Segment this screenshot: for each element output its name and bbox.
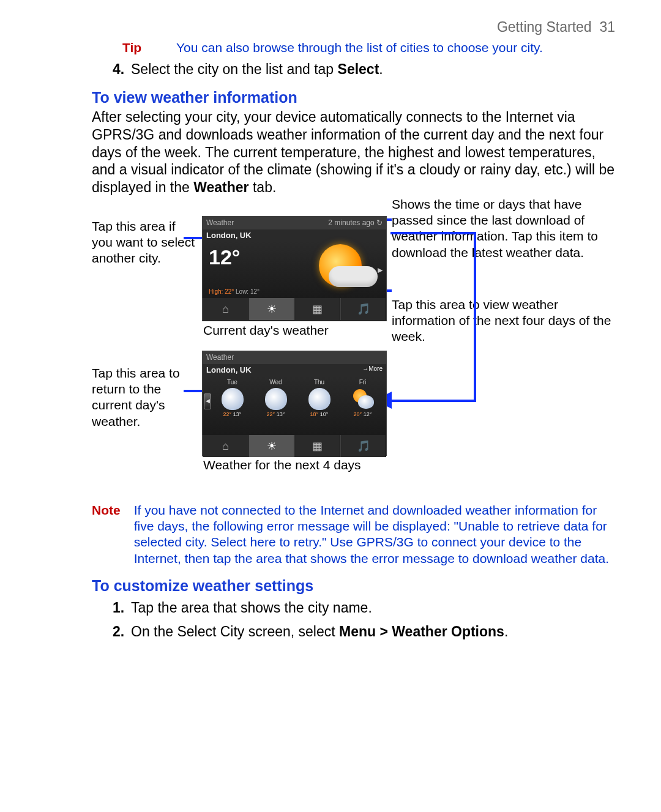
last-updated[interactable]: 2 minutes ago ↻ [328, 218, 383, 228]
heading-view-weather: To view weather information [92, 88, 615, 107]
section-name: Getting Started [497, 19, 592, 35]
day-name: Wed [255, 378, 297, 387]
step-text-post: . [504, 624, 508, 639]
forecast-day: Fri 20° 12° [342, 378, 384, 434]
tab-music[interactable]: 🎵 [340, 298, 386, 320]
forecast-row[interactable]: ◀ Tue 22° 13° Wed 22° 13° Thu 18° 10° [203, 376, 386, 435]
weather-main[interactable]: 12° ▶ High: 22° Low: 12° [203, 242, 386, 298]
hi-label: High: [209, 288, 225, 295]
forecast-day: Thu 18° 10° [298, 378, 340, 434]
step-body: Tap the area that shows the city name. [131, 599, 615, 617]
forecast-day: Wed 22° 13° [255, 378, 297, 434]
high-low-temps: High: 22° Low: 12° [209, 288, 260, 296]
tip-text: You can also browse through the list of … [176, 40, 543, 56]
step-4: 4. Select the city on the list and tap S… [113, 61, 615, 78]
tip-label: Tip [122, 40, 159, 56]
callout-right-2: Tap this area to view weather informatio… [392, 297, 612, 345]
device-tabbar: ⌂ ☀ ▦ 🎵 [203, 435, 386, 457]
day-hi: 22° [267, 411, 275, 417]
manual-page: Getting Started 31 Tip You can also brow… [0, 0, 661, 812]
hi-value: 22° [225, 288, 234, 295]
device-current-weather: Weather 2 minutes ago ↻ London, UK 12° ▶… [202, 216, 387, 321]
day-name: Thu [298, 378, 340, 387]
city-name: London, UK [206, 365, 252, 375]
tab-music[interactable]: 🎵 [340, 435, 386, 457]
tab-weather[interactable]: ☀ [248, 298, 294, 320]
step-text-post: . [379, 61, 383, 77]
day-hi: 18° [310, 411, 319, 417]
device-forecast: Weather London, UK →More ◀ Tue 22° 13° W… [202, 351, 387, 456]
para1-pre: After selecting your city, your device a… [92, 109, 614, 195]
day-name: Tue [211, 378, 253, 387]
caption-forecast: Weather for the next 4 days [203, 457, 361, 473]
device-tabbar: ⌂ ☀ ▦ 🎵 [203, 298, 386, 320]
steps-list: 1. Tap the area that shows the city name… [113, 599, 615, 641]
step-text-pre: Select the city on the list and tap [131, 61, 338, 77]
tab-home[interactable]: ⌂ [203, 298, 248, 320]
day-hi: 22° [223, 411, 232, 417]
forecast-day: Tue 22° 13° [211, 378, 253, 434]
cloud-icon [329, 266, 378, 287]
note-text: If you have not connected to the Interne… [134, 502, 615, 567]
leader-line [390, 232, 476, 234]
step-number: 2. [113, 623, 131, 641]
rain-icon [265, 388, 287, 410]
current-temp: 12° [209, 244, 240, 270]
city-bar[interactable]: London, UK [203, 229, 386, 242]
day-lo: 10° [320, 411, 329, 417]
page-header: Getting Started 31 [92, 18, 615, 36]
caption-current: Current day's weather [203, 322, 329, 338]
day-lo: 13° [233, 411, 242, 417]
step-1: 1. Tap the area that shows the city name… [113, 599, 615, 617]
tab-home[interactable]: ⌂ [203, 435, 248, 457]
app-title: Weather [206, 353, 234, 362]
page-number: 31 [599, 19, 615, 35]
step-number: 4. [113, 61, 131, 78]
step-number: 1. [113, 599, 131, 617]
note-row: Note If you have not connected to the In… [92, 502, 615, 567]
callout-left-2: Tap this area to return to the current d… [92, 365, 196, 430]
step-2: 2. On the Select City screen, select Men… [113, 623, 615, 641]
step-body: On the Select City screen, select Menu >… [131, 623, 615, 641]
back-handle[interactable]: ◀ [204, 393, 211, 409]
note-label: Note [92, 502, 121, 567]
device-titlebar: Weather [203, 351, 386, 364]
para1-post: tab. [249, 179, 277, 195]
rain-icon [222, 388, 244, 410]
tab-apps[interactable]: ▦ [294, 435, 340, 457]
callout-right-1: Shows the time or days that have passed … [392, 196, 624, 261]
diagram-area: Tap this area if you want to select anot… [92, 200, 615, 494]
device-titlebar: Weather 2 minutes ago ↻ [203, 217, 386, 229]
leader-line [474, 232, 476, 402]
step-text-bold: Menu > Weather Options [339, 624, 504, 639]
paragraph-1: After selecting your city, your device a… [92, 108, 615, 196]
lo-value: 12° [250, 288, 260, 295]
app-title: Weather [206, 218, 234, 228]
day-lo: 12° [364, 411, 372, 417]
step-text-pre: On the Select City screen, select [131, 624, 339, 639]
city-name: London, UK [206, 231, 252, 240]
more-link[interactable]: →More [362, 365, 383, 375]
tip-row: Tip You can also browse through the list… [122, 40, 615, 56]
city-bar[interactable]: London, UK →More [203, 364, 386, 376]
step-text-bold: Select [338, 61, 379, 77]
partly-sunny-icon [352, 388, 374, 410]
lo-label: Low: [234, 288, 250, 295]
leader-line [390, 400, 476, 402]
rain-icon [308, 388, 330, 410]
day-lo: 13° [277, 411, 285, 417]
day-hi: 20° [354, 411, 362, 417]
heading-customize: To customize weather settings [92, 576, 615, 595]
para1-bold: Weather [193, 179, 248, 195]
chevron-right-icon[interactable]: ▶ [378, 266, 383, 275]
callout-left-1: Tap this area if you want to select anot… [92, 218, 196, 267]
tab-weather[interactable]: ☀ [248, 435, 294, 457]
day-name: Fri [342, 378, 384, 387]
step-body: Select the city on the list and tap Sele… [131, 61, 615, 78]
tab-apps[interactable]: ▦ [294, 298, 340, 320]
